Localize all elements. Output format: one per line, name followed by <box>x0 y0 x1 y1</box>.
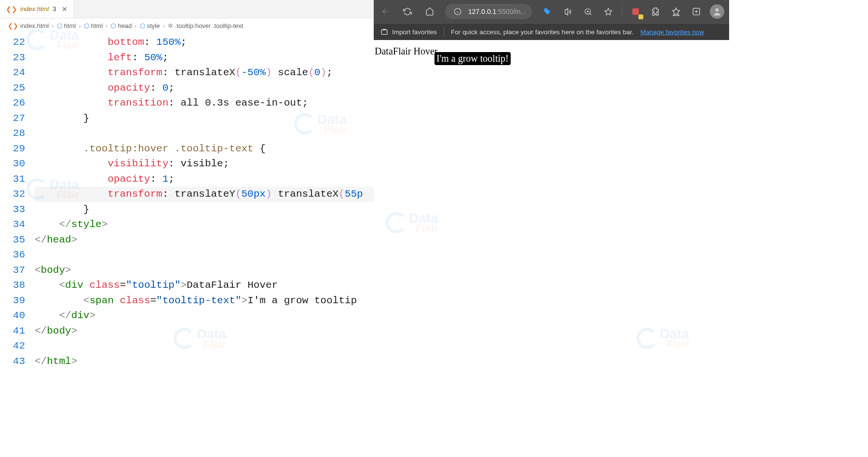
cube-icon: ⬡ <box>110 22 116 29</box>
chevron-right-icon: › <box>52 22 54 29</box>
separator <box>622 6 622 17</box>
svg-rect-15 <box>381 30 387 34</box>
chevron-right-icon: › <box>106 22 108 29</box>
close-icon[interactable]: ✕ <box>62 5 68 13</box>
code-content[interactable]: bottom: 150%; left: 50%; transform: tran… <box>35 33 374 457</box>
tooltip-box: I'm a grow tooltip! <box>434 52 511 65</box>
crumb-style[interactable]: ⬡ style <box>140 22 160 29</box>
notification-badge: ! <box>638 14 643 19</box>
favorite-star-icon[interactable] <box>601 5 615 18</box>
favorites-hint: For quick access, place your favorites h… <box>451 28 634 36</box>
editor-panel: ❮❯ index.html 3 ✕ ❮❯ index.html › ⬡ html… <box>0 0 374 457</box>
tab-modified-count: 3 <box>53 5 56 13</box>
crumb-file[interactable]: ❮❯ index.html <box>8 22 49 29</box>
import-favorites-button[interactable]: Import favorites <box>380 28 437 36</box>
page-hover-text[interactable]: DataFlair Hover <box>375 46 438 57</box>
svg-rect-8 <box>632 8 639 15</box>
refresh-button[interactable] <box>401 5 414 18</box>
separator <box>444 27 444 37</box>
manage-favorites-link[interactable]: Manage favorites now <box>640 28 704 36</box>
html-file-icon: ❮❯ <box>6 5 17 13</box>
line-number-gutter: 2223242526272829303132333435363738394041… <box>0 33 35 457</box>
svg-marker-7 <box>605 8 611 14</box>
tab-label: index.html <box>20 5 49 13</box>
browser-toolbar: 127.0.0.1:5500/in... ! <box>374 0 729 23</box>
address-bar[interactable]: 127.0.0.1:5500/in... <box>445 4 532 19</box>
chevron-right-icon: › <box>163 22 164 29</box>
crumb-selector[interactable]: ✲ .tooltip:hover .tooltip-text <box>168 22 244 29</box>
tab-bar: ❮❯ index.html 3 ✕ <box>0 0 374 18</box>
crumb-html2[interactable]: ⬡ html <box>84 22 103 29</box>
zoom-icon[interactable] <box>581 5 595 18</box>
extensions-icon[interactable] <box>649 5 663 18</box>
crumb-head[interactable]: ⬡ head <box>110 22 132 29</box>
favorites-bar: Import favorites For quick access, place… <box>374 23 729 40</box>
read-aloud-icon[interactable] <box>561 5 574 18</box>
code-editor[interactable]: 2223242526272829303132333435363738394041… <box>0 33 374 457</box>
collections-icon[interactable] <box>690 5 703 18</box>
browser-viewport: DataFlair Hover I'm a grow tooltip! <box>374 40 729 457</box>
chevron-right-icon: › <box>79 22 81 29</box>
shopping-tag-icon[interactable] <box>541 5 554 18</box>
breadcrumb: ❮❯ index.html › ⬡ html › ⬡ html › ⬡ head… <box>0 18 374 33</box>
svg-point-14 <box>716 8 719 12</box>
import-icon <box>380 28 388 36</box>
info-icon[interactable] <box>451 5 464 18</box>
browser-panel: 127.0.0.1:5500/in... ! Import favorites … <box>374 0 729 457</box>
back-button[interactable] <box>379 5 392 18</box>
cube-icon: ⬡ <box>140 22 145 29</box>
svg-line-4 <box>590 13 591 15</box>
html-file-icon: ❮❯ <box>8 22 18 29</box>
svg-marker-9 <box>673 8 680 15</box>
office-icon[interactable]: ! <box>629 5 642 18</box>
favorites-icon[interactable] <box>669 5 683 18</box>
cube-icon: ⬡ <box>57 22 62 29</box>
home-button[interactable] <box>423 5 436 18</box>
cube-icon: ⬡ <box>84 22 89 29</box>
tab-index-html[interactable]: ❮❯ index.html 3 ✕ <box>0 0 74 18</box>
chevron-right-icon: › <box>135 22 136 29</box>
css-rule-icon: ✲ <box>168 22 173 29</box>
address-text: 127.0.0.1:5500/in... <box>468 8 526 15</box>
crumb-html[interactable]: ⬡ html <box>57 22 76 29</box>
profile-avatar[interactable] <box>710 4 724 19</box>
